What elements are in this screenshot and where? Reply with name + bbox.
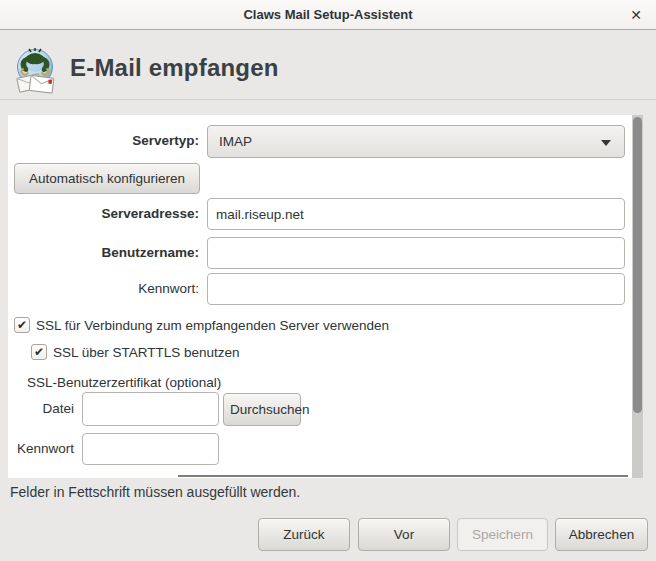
servertyp-selected-value: IMAP	[219, 134, 252, 149]
serveradresse-label: Serveradresse:	[8, 198, 199, 230]
ssl-cert-section-label: SSL-Benutzerzertifikat (optional)	[27, 375, 221, 390]
servertyp-dropdown[interactable]: IMAP	[207, 125, 625, 158]
vertical-scrollbar-thumb[interactable]	[633, 117, 642, 413]
form-scroll-panel: Servertyp: IMAP Automatisch konfiguriere…	[8, 115, 643, 478]
ssl-checkbox-label[interactable]: SSL für Verbindung zum empfangenden Serv…	[36, 317, 389, 334]
starttls-checkbox-label[interactable]: SSL über STARTTLS benutzen	[53, 344, 240, 361]
cert-kennwort-input[interactable]	[82, 433, 219, 465]
checkmark-icon: ✔	[17, 319, 27, 331]
checkmark-icon: ✔	[34, 346, 44, 358]
cancel-button[interactable]: Abbrechen	[555, 518, 648, 551]
window-title: Claws Mail Setup-Assistent	[243, 7, 412, 22]
vertical-scrollbar-track[interactable]	[632, 115, 643, 478]
back-button[interactable]: Zurück	[258, 518, 350, 551]
claws-mail-logo-icon	[13, 47, 57, 94]
kennwort-label: Kennwort:	[8, 273, 199, 305]
chevron-down-icon	[601, 140, 611, 146]
starttls-checkbox[interactable]: ✔	[31, 344, 47, 360]
cert-kennwort-label: Kennwort	[8, 433, 74, 465]
next-button[interactable]: Vor	[358, 518, 450, 551]
required-fields-hint: Felder in Fettschrift müssen ausgefüllt …	[10, 484, 300, 500]
cert-datei-label: Datei	[8, 392, 74, 426]
ssl-checkbox[interactable]: ✔	[14, 317, 30, 333]
close-icon[interactable]: ✕	[623, 3, 649, 27]
save-button[interactable]: Speichern	[457, 518, 548, 551]
page-title: E-Mail empfangen	[70, 54, 279, 82]
benutzername-label: Benutzername:	[8, 237, 199, 269]
kennwort-input[interactable]	[207, 273, 625, 305]
auto-configure-button[interactable]: Automatisch konfigurieren	[14, 163, 200, 194]
serveradresse-input[interactable]	[207, 198, 625, 230]
wizard-header: E-Mail empfangen	[0, 31, 656, 100]
title-bar[interactable]: Claws Mail Setup-Assistent ✕	[0, 0, 656, 30]
servertyp-label: Servertyp:	[8, 125, 199, 157]
horizontal-scrollbar[interactable]	[178, 475, 628, 477]
cert-datei-input[interactable]	[82, 392, 219, 426]
benutzername-input[interactable]	[207, 237, 625, 269]
setup-assistant-window: Claws Mail Setup-Assistent ✕	[0, 0, 656, 561]
durchsuchen-button[interactable]: Durchsuchen	[223, 393, 301, 426]
